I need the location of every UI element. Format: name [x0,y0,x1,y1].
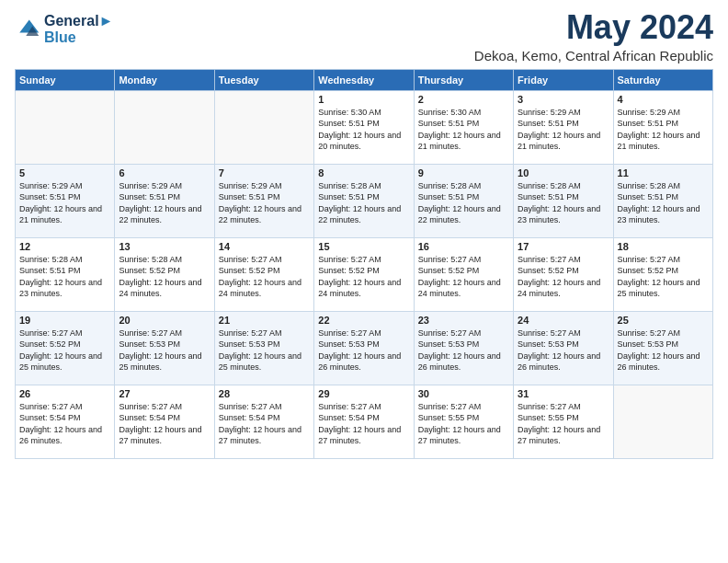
day-cell: 21Sunrise: 5:27 AMSunset: 5:53 PMDayligh… [214,311,313,385]
day-number: 11 [618,167,709,178]
day-info: Sunrise: 5:28 AMSunset: 5:51 PMDaylight:… [518,180,609,226]
day-cell: 17Sunrise: 5:27 AMSunset: 5:52 PMDayligh… [514,237,613,311]
day-cell: 15Sunrise: 5:27 AMSunset: 5:52 PMDayligh… [314,237,414,311]
day-cell: 27Sunrise: 5:27 AMSunset: 5:54 PMDayligh… [115,385,214,458]
week-row-2: 12Sunrise: 5:28 AMSunset: 5:51 PMDayligh… [16,237,713,311]
day-cell: 16Sunrise: 5:27 AMSunset: 5:52 PMDayligh… [414,237,513,311]
day-cell: 8Sunrise: 5:28 AMSunset: 5:51 PMDaylight… [314,164,414,237]
day-info: Sunrise: 5:29 AMSunset: 5:51 PMDaylight:… [518,107,609,153]
day-cell: 30Sunrise: 5:27 AMSunset: 5:55 PMDayligh… [414,385,513,458]
day-info: Sunrise: 5:27 AMSunset: 5:54 PMDaylight:… [119,401,210,447]
title-block: May 2024 Dekoa, Kemo, Central African Re… [474,9,713,63]
day-info: Sunrise: 5:27 AMSunset: 5:52 PMDaylight:… [219,254,310,300]
day-number: 5 [19,167,110,178]
day-number: 10 [518,167,609,178]
day-info: Sunrise: 5:29 AMSunset: 5:51 PMDaylight:… [618,107,709,153]
day-number: 25 [618,315,709,326]
day-cell: 19Sunrise: 5:27 AMSunset: 5:52 PMDayligh… [16,311,115,385]
day-number: 6 [119,167,210,178]
header-day-sunday: Sunday [16,69,115,90]
day-info: Sunrise: 5:29 AMSunset: 5:51 PMDaylight:… [219,180,310,226]
header-day-friday: Friday [514,69,613,90]
day-info: Sunrise: 5:28 AMSunset: 5:52 PMDaylight:… [119,254,210,300]
day-info: Sunrise: 5:27 AMSunset: 5:52 PMDaylight:… [19,327,110,373]
day-cell: 11Sunrise: 5:28 AMSunset: 5:51 PMDayligh… [613,164,712,237]
day-cell [613,385,712,458]
week-row-0: 1Sunrise: 5:30 AMSunset: 5:51 PMDaylight… [16,90,713,164]
day-number: 15 [318,241,409,252]
day-cell: 2Sunrise: 5:30 AMSunset: 5:51 PMDaylight… [414,90,513,164]
logo-text: General► Blue [44,13,113,45]
day-cell: 22Sunrise: 5:27 AMSunset: 5:53 PMDayligh… [314,311,414,385]
day-info: Sunrise: 5:28 AMSunset: 5:51 PMDaylight:… [418,180,509,226]
day-info: Sunrise: 5:27 AMSunset: 5:53 PMDaylight:… [318,327,409,373]
subtitle: Dekoa, Kemo, Central African Republic [474,48,713,63]
day-cell: 25Sunrise: 5:27 AMSunset: 5:53 PMDayligh… [613,311,712,385]
day-number: 7 [219,167,310,178]
header: General► Blue May 2024 Dekoa, Kemo, Cent… [15,9,713,63]
day-number: 18 [618,241,709,252]
day-info: Sunrise: 5:27 AMSunset: 5:53 PMDaylight:… [219,327,310,373]
day-cell [16,90,115,164]
day-cell: 31Sunrise: 5:27 AMSunset: 5:55 PMDayligh… [514,385,613,458]
day-number: 17 [518,241,609,252]
day-info: Sunrise: 5:29 AMSunset: 5:51 PMDaylight:… [119,180,210,226]
day-cell: 4Sunrise: 5:29 AMSunset: 5:51 PMDaylight… [613,90,712,164]
day-cell: 18Sunrise: 5:27 AMSunset: 5:52 PMDayligh… [613,237,712,311]
day-info: Sunrise: 5:27 AMSunset: 5:55 PMDaylight:… [418,401,509,447]
day-info: Sunrise: 5:27 AMSunset: 5:52 PMDaylight:… [618,254,709,300]
day-number: 27 [119,388,210,399]
week-row-4: 26Sunrise: 5:27 AMSunset: 5:54 PMDayligh… [16,385,713,458]
day-info: Sunrise: 5:27 AMSunset: 5:53 PMDaylight:… [119,327,210,373]
day-cell: 9Sunrise: 5:28 AMSunset: 5:51 PMDaylight… [414,164,513,237]
day-number: 13 [119,241,210,252]
day-number: 9 [418,167,509,178]
logo: General► Blue [15,13,113,45]
day-cell: 24Sunrise: 5:27 AMSunset: 5:53 PMDayligh… [514,311,613,385]
header-day-wednesday: Wednesday [314,69,414,90]
day-info: Sunrise: 5:27 AMSunset: 5:52 PMDaylight:… [518,254,609,300]
day-number: 23 [418,315,509,326]
day-cell: 13Sunrise: 5:28 AMSunset: 5:52 PMDayligh… [115,237,214,311]
day-number: 28 [219,388,310,399]
day-cell: 26Sunrise: 5:27 AMSunset: 5:54 PMDayligh… [16,385,115,458]
day-info: Sunrise: 5:27 AMSunset: 5:54 PMDaylight:… [318,401,409,447]
day-number: 12 [19,241,110,252]
day-number: 31 [518,388,609,399]
month-title: May 2024 [474,9,713,46]
day-number: 2 [418,94,509,105]
header-day-saturday: Saturday [613,69,712,90]
logo-icon [15,17,40,42]
header-day-monday: Monday [115,69,214,90]
week-row-3: 19Sunrise: 5:27 AMSunset: 5:52 PMDayligh… [16,311,713,385]
day-cell: 1Sunrise: 5:30 AMSunset: 5:51 PMDaylight… [314,90,414,164]
day-info: Sunrise: 5:27 AMSunset: 5:54 PMDaylight:… [19,401,110,447]
day-number: 26 [19,388,110,399]
day-info: Sunrise: 5:28 AMSunset: 5:51 PMDaylight:… [618,180,709,226]
day-info: Sunrise: 5:27 AMSunset: 5:52 PMDaylight:… [318,254,409,300]
day-cell: 23Sunrise: 5:27 AMSunset: 5:53 PMDayligh… [414,311,513,385]
day-info: Sunrise: 5:30 AMSunset: 5:51 PMDaylight:… [418,107,509,153]
day-cell: 7Sunrise: 5:29 AMSunset: 5:51 PMDaylight… [214,164,313,237]
day-info: Sunrise: 5:27 AMSunset: 5:53 PMDaylight:… [518,327,609,373]
day-number: 20 [119,315,210,326]
day-number: 19 [19,315,110,326]
day-cell: 12Sunrise: 5:28 AMSunset: 5:51 PMDayligh… [16,237,115,311]
day-cell [214,90,313,164]
calendar-table: SundayMondayTuesdayWednesdayThursdayFrid… [15,69,713,459]
day-number: 4 [618,94,709,105]
day-number: 8 [318,167,409,178]
day-number: 24 [518,315,609,326]
day-number: 14 [219,241,310,252]
day-number: 22 [318,315,409,326]
day-info: Sunrise: 5:27 AMSunset: 5:53 PMDaylight:… [618,327,709,373]
day-cell: 28Sunrise: 5:27 AMSunset: 5:54 PMDayligh… [214,385,313,458]
day-number: 16 [418,241,509,252]
day-cell: 3Sunrise: 5:29 AMSunset: 5:51 PMDaylight… [514,90,613,164]
day-info: Sunrise: 5:30 AMSunset: 5:51 PMDaylight:… [318,107,409,153]
day-cell: 20Sunrise: 5:27 AMSunset: 5:53 PMDayligh… [115,311,214,385]
page: General► Blue May 2024 Dekoa, Kemo, Cent… [0,0,728,468]
header-day-thursday: Thursday [414,69,513,90]
day-number: 1 [318,94,409,105]
day-info: Sunrise: 5:27 AMSunset: 5:54 PMDaylight:… [219,401,310,447]
